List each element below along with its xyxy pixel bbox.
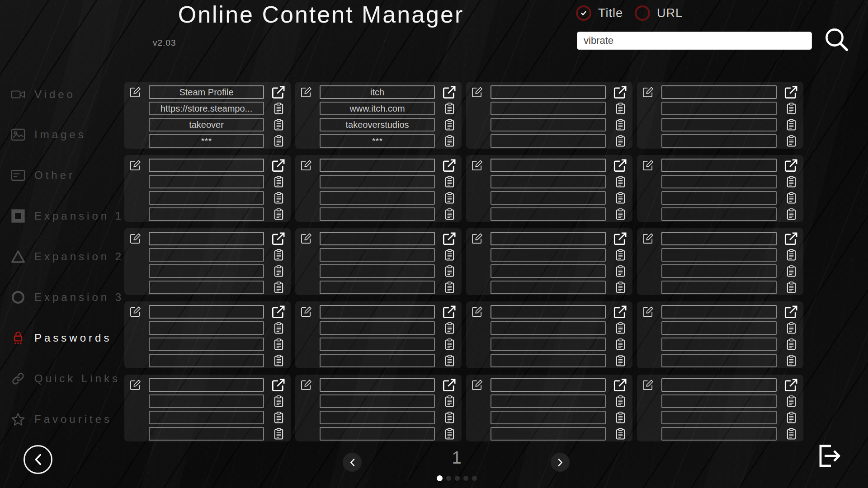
copy-username-icon[interactable] xyxy=(786,119,797,131)
copy-url-icon[interactable] xyxy=(274,249,284,261)
edit-icon[interactable] xyxy=(472,306,483,317)
card-username-field[interactable] xyxy=(661,264,777,278)
copy-url-icon[interactable] xyxy=(786,395,797,408)
page-next-button[interactable] xyxy=(551,453,570,472)
search-icon[interactable] xyxy=(824,26,849,52)
card-password-field[interactable] xyxy=(491,134,606,148)
copy-password-icon[interactable] xyxy=(615,355,626,367)
edit-icon[interactable] xyxy=(301,379,312,390)
card-title-field[interactable] xyxy=(491,305,606,319)
copy-password-icon[interactable] xyxy=(615,428,626,440)
copy-password-icon[interactable] xyxy=(786,135,797,147)
copy-username-icon[interactable] xyxy=(274,265,284,277)
card-url-field[interactable] xyxy=(320,394,435,408)
logout-button[interactable] xyxy=(816,443,843,469)
external-link-icon[interactable] xyxy=(443,305,456,319)
card-username-field[interactable] xyxy=(491,118,606,131)
card-url-field[interactable] xyxy=(491,175,606,188)
external-link-icon[interactable] xyxy=(613,378,627,392)
copy-password-icon[interactable] xyxy=(615,282,626,294)
copy-username-icon[interactable] xyxy=(615,412,626,424)
sidebar-item-expansion-1[interactable]: Expansion 1 xyxy=(11,207,124,225)
card-username-field[interactable] xyxy=(320,411,435,424)
card-title-field[interactable] xyxy=(661,232,777,245)
copy-username-icon[interactable] xyxy=(274,338,284,351)
edit-icon[interactable] xyxy=(472,86,483,98)
copy-password-icon[interactable] xyxy=(444,208,455,221)
copy-url-icon[interactable] xyxy=(444,395,455,408)
card-url-field[interactable] xyxy=(320,321,435,335)
edit-icon[interactable] xyxy=(130,160,141,171)
card-username-field[interactable] xyxy=(149,338,264,351)
page-dot[interactable] xyxy=(463,476,468,481)
card-title-field[interactable] xyxy=(491,232,606,245)
copy-username-icon[interactable] xyxy=(444,192,455,204)
sidebar-item-expansion-3[interactable]: Expansion 3 xyxy=(11,289,124,306)
card-password-field[interactable] xyxy=(661,281,777,294)
edit-icon[interactable] xyxy=(642,233,654,244)
card-username-field[interactable] xyxy=(491,264,606,278)
card-username-field[interactable] xyxy=(661,411,777,424)
card-password-field[interactable] xyxy=(320,354,435,367)
card-url-field[interactable] xyxy=(149,321,264,335)
page-prev-button[interactable] xyxy=(343,453,362,472)
external-link-icon[interactable] xyxy=(784,305,798,319)
card-password-field[interactable] xyxy=(149,354,264,367)
card-title-field[interactable] xyxy=(149,378,264,392)
card-url-field[interactable] xyxy=(320,175,435,188)
page-dot[interactable] xyxy=(437,475,443,481)
card-title-field[interactable] xyxy=(661,85,777,99)
card-url-field[interactable] xyxy=(320,248,435,262)
card-url-field[interactable] xyxy=(661,321,777,335)
card-password-field[interactable] xyxy=(491,427,606,441)
sidebar-item-video[interactable]: Video xyxy=(11,86,75,103)
copy-username-icon[interactable] xyxy=(444,265,455,277)
card-password-field[interactable] xyxy=(320,281,435,294)
external-link-icon[interactable] xyxy=(784,85,798,99)
copy-password-icon[interactable] xyxy=(444,355,455,367)
card-password-field[interactable] xyxy=(661,354,777,367)
page-dot[interactable] xyxy=(472,476,477,481)
copy-username-icon[interactable] xyxy=(274,119,284,131)
card-password-field[interactable] xyxy=(661,427,777,441)
card-title-field[interactable] xyxy=(320,378,435,392)
card-url-field[interactable] xyxy=(661,102,777,115)
copy-password-icon[interactable] xyxy=(274,282,284,294)
copy-username-icon[interactable] xyxy=(615,265,626,277)
card-title-field[interactable] xyxy=(661,159,777,172)
edit-icon[interactable] xyxy=(301,233,312,244)
edit-icon[interactable] xyxy=(301,306,312,317)
copy-password-icon[interactable] xyxy=(444,135,455,147)
card-url-field[interactable] xyxy=(491,394,606,408)
card-title-field[interactable] xyxy=(661,305,777,319)
card-username-field[interactable] xyxy=(661,118,777,131)
external-link-icon[interactable] xyxy=(613,159,627,172)
external-link-icon[interactable] xyxy=(443,85,456,99)
edit-icon[interactable] xyxy=(130,233,141,244)
edit-icon[interactable] xyxy=(472,233,483,244)
card-title-field[interactable] xyxy=(320,232,435,245)
card-username-field[interactable] xyxy=(320,264,435,278)
copy-password-icon[interactable] xyxy=(444,282,455,294)
external-link-icon[interactable] xyxy=(443,232,456,245)
copy-url-icon[interactable] xyxy=(615,395,626,408)
copy-password-icon[interactable] xyxy=(786,208,797,221)
card-password-field[interactable] xyxy=(149,427,264,441)
copy-username-icon[interactable] xyxy=(786,265,797,277)
external-link-icon[interactable] xyxy=(613,85,627,99)
card-title-field[interactable] xyxy=(149,159,264,172)
external-link-icon[interactable] xyxy=(272,85,285,99)
card-title-field[interactable]: Steam Profile xyxy=(149,85,264,99)
card-title-field[interactable] xyxy=(320,159,435,172)
copy-password-icon[interactable] xyxy=(615,208,626,221)
copy-username-icon[interactable] xyxy=(786,338,797,351)
external-link-icon[interactable] xyxy=(272,159,285,172)
card-username-field[interactable] xyxy=(661,338,777,351)
card-title-field[interactable] xyxy=(149,305,264,319)
card-title-field[interactable] xyxy=(661,378,777,392)
card-username-field[interactable] xyxy=(491,338,606,351)
search-mode-url[interactable]: URL xyxy=(635,5,683,21)
copy-url-icon[interactable] xyxy=(274,395,284,408)
radio-checked-icon[interactable] xyxy=(576,5,591,21)
copy-url-icon[interactable] xyxy=(444,176,455,188)
